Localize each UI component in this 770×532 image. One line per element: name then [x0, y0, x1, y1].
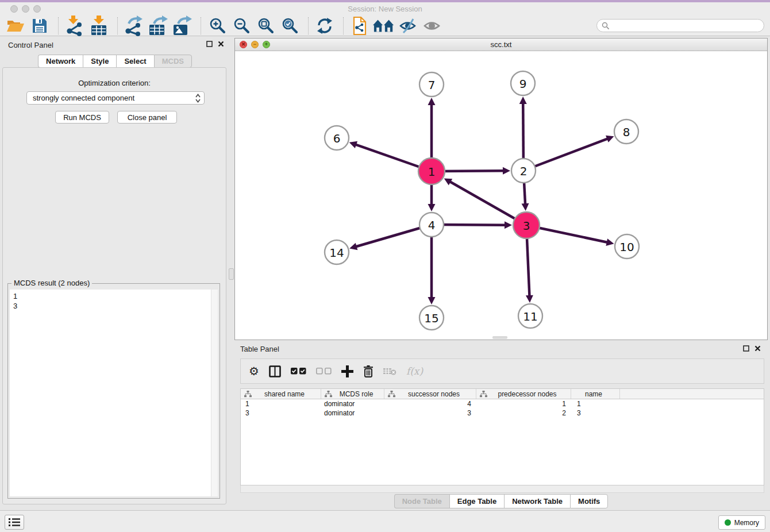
tab-network[interactable]: Network	[38, 55, 83, 68]
table-row[interactable]: 3 dominator 3 2 3	[241, 408, 764, 418]
graph-node-1[interactable]: 1	[418, 158, 445, 184]
cell-mcds-role[interactable]: dominator	[321, 400, 384, 408]
graph-node-3[interactable]: 3	[513, 212, 540, 238]
search-field[interactable]	[596, 19, 764, 32]
close-panel-icon[interactable]	[754, 345, 761, 352]
toolbar-separator	[308, 17, 309, 34]
memory-button[interactable]: Memory	[718, 515, 765, 530]
graph-node-2[interactable]: 2	[511, 159, 536, 183]
column-header-predecessor-nodes[interactable]: predecessor nodes	[476, 389, 571, 399]
import-table-icon	[90, 16, 107, 36]
table-hscrollbar[interactable]	[240, 485, 764, 493]
toolbar-separator	[58, 17, 59, 34]
graph-node-7[interactable]: 7	[419, 72, 444, 97]
home-button[interactable]	[373, 16, 395, 36]
run-mcds-button[interactable]: Run MCDS	[55, 111, 109, 124]
graph-edge-2-8[interactable]	[523, 136, 614, 171]
zoom-fit-button[interactable]	[255, 16, 276, 36]
open-folder-icon	[7, 19, 24, 33]
titlebar: Session: New Session	[0, 2, 770, 16]
table-row[interactable]: 1 dominator 4 1 1	[241, 399, 764, 408]
mcds-panel: Optimization criterion: strongly connect…	[2, 67, 226, 504]
select-all-icon[interactable]	[291, 368, 306, 375]
add-column-icon[interactable]	[341, 365, 353, 377]
zoom-in-button[interactable]	[206, 16, 228, 36]
tab-select[interactable]: Select	[116, 55, 153, 68]
export-image-button[interactable]	[171, 16, 193, 36]
save-session-button[interactable]	[29, 16, 51, 36]
svg-text:2: 2	[520, 164, 528, 178]
delete-column-icon[interactable]	[363, 365, 374, 377]
close-panel-icon[interactable]	[218, 41, 224, 47]
column-header-mcds-role[interactable]: MCDS role	[321, 389, 384, 399]
cell-shared-name[interactable]: 1	[241, 400, 321, 408]
cell-successor-nodes[interactable]: 4	[384, 400, 476, 408]
control-panel-tabs: Network Style Select MCDS	[0, 55, 230, 68]
canvas-hscrollbar-thumb[interactable]	[492, 336, 507, 339]
float-panel-icon[interactable]	[206, 41, 213, 47]
tab-edge-table[interactable]: Edge Table	[449, 494, 504, 508]
hide-panel-button[interactable]	[397, 16, 419, 36]
network-canvas[interactable]: 7968124314101511	[235, 51, 767, 340]
criterion-value: strongly connected component	[33, 94, 195, 102]
graph-node-8[interactable]: 8	[614, 119, 638, 144]
zoom-out-button[interactable]	[230, 16, 252, 36]
cell-shared-name[interactable]: 3	[241, 409, 321, 417]
tab-mcds[interactable]: MCDS	[154, 55, 192, 68]
export-table-button[interactable]	[147, 16, 169, 36]
column-header-shared-name[interactable]: shared name	[241, 389, 321, 399]
open-session-button[interactable]	[5, 16, 26, 36]
refresh-button[interactable]	[314, 16, 336, 36]
svg-text:14: 14	[329, 246, 344, 260]
graph-node-11[interactable]: 11	[518, 304, 542, 328]
control-panel-title: Control Panel	[8, 41, 53, 49]
deselect-all-icon[interactable]	[316, 368, 332, 375]
table-settings-icon[interactable]: ⚙	[249, 365, 259, 377]
result-line: 1	[13, 291, 214, 301]
svg-text:9: 9	[519, 77, 527, 91]
column-header-name[interactable]: name	[571, 389, 620, 399]
result-scrollbar[interactable]	[211, 290, 218, 496]
cell-predecessor-nodes[interactable]: 2	[476, 409, 571, 417]
zoom-selected-button[interactable]	[279, 16, 301, 36]
delete-table-icon[interactable]	[383, 367, 396, 375]
split-view-icon[interactable]	[269, 365, 281, 377]
network-from-file-button[interactable]	[349, 16, 371, 36]
tab-motifs[interactable]: Motifs	[570, 494, 608, 508]
import-network-button[interactable]	[64, 16, 86, 36]
graph-node-4[interactable]: 4	[419, 213, 444, 237]
graph-edge-4-14[interactable]	[349, 225, 432, 250]
mcds-result-text[interactable]: 1 3	[10, 290, 218, 496]
apply-function-icon[interactable]: f(x)	[406, 365, 423, 377]
node-table: shared name MCDS role successor nodes pr…	[240, 388, 764, 485]
float-panel-icon[interactable]	[743, 345, 749, 352]
graph-node-10[interactable]: 10	[615, 234, 639, 259]
graph-edge-3-1[interactable]	[444, 178, 526, 225]
cell-predecessor-nodes[interactable]: 1	[476, 400, 571, 408]
tab-node-table[interactable]: Node Table	[394, 494, 449, 508]
network-window-titlebar[interactable]: ✕ − + scc.txt	[235, 38, 767, 51]
import-table-button[interactable]	[88, 16, 110, 36]
graph-node-9[interactable]: 9	[511, 71, 535, 95]
cell-mcds-role[interactable]: dominator	[321, 409, 384, 417]
criterion-select[interactable]: strongly connected component	[26, 91, 205, 105]
column-header-successor-nodes[interactable]: successor nodes	[384, 389, 476, 399]
control-panel: Control Panel Network Style Select MCDS …	[0, 36, 230, 510]
network-graph[interactable]: 7968124314101511	[235, 51, 767, 340]
graph-node-14[interactable]: 14	[325, 240, 349, 264]
search-input[interactable]	[613, 21, 759, 30]
cell-successor-nodes[interactable]: 3	[384, 409, 476, 417]
tab-style[interactable]: Style	[83, 55, 116, 68]
toolbar-separator	[343, 17, 344, 34]
window-title: Session: New Session	[0, 5, 770, 13]
close-panel-button[interactable]: Close panel	[117, 111, 177, 124]
tab-network-table[interactable]: Network Table	[504, 494, 570, 508]
cell-name[interactable]: 1	[571, 400, 620, 408]
cell-name[interactable]: 3	[571, 409, 620, 417]
graph-node-15[interactable]: 15	[419, 306, 444, 330]
graph-node-6[interactable]: 6	[325, 126, 349, 150]
show-panel-button[interactable]	[421, 16, 443, 36]
panel-splitter[interactable]	[229, 268, 234, 280]
export-network-button[interactable]	[123, 16, 145, 36]
task-history-button[interactable]	[5, 515, 24, 530]
